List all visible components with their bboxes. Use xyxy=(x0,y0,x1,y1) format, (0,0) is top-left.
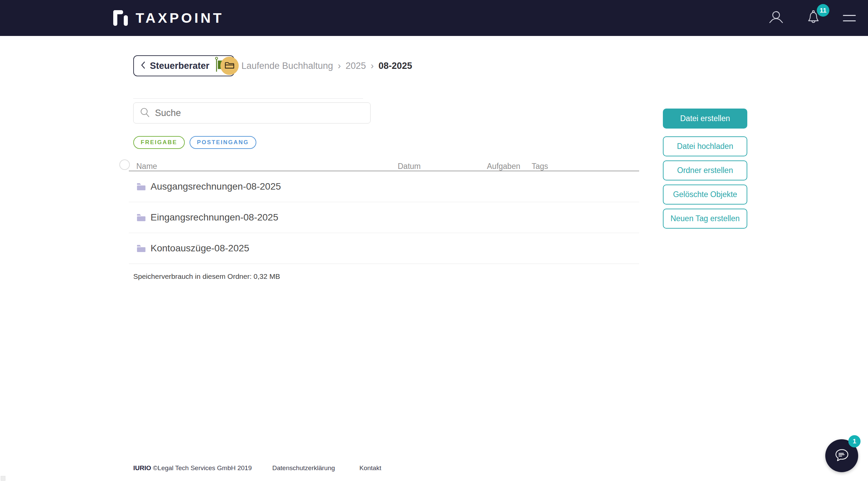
deleted-objects-button[interactable]: Gelöschte Objekte xyxy=(663,185,747,205)
table-row-kontoauszuege[interactable]: Kontoauszüge-08-2025 xyxy=(129,233,639,264)
select-all-checkbox[interactable] xyxy=(119,159,130,170)
create-tag-button[interactable]: Neuen Tag erstellen xyxy=(663,209,747,229)
top-navbar: TAXPOINT 11 xyxy=(0,0,868,36)
contact-link[interactable]: Kontakt xyxy=(359,464,381,472)
column-header-datum: Datum xyxy=(398,162,421,171)
folder-icon xyxy=(137,183,146,191)
create-file-button[interactable]: Datei erstellen xyxy=(663,109,747,129)
row-label: Ausgangsrechnungen-08-2025 xyxy=(151,181,281,192)
current-folder-badge xyxy=(220,57,239,75)
row-label: Kontoauszüge-08-2025 xyxy=(151,243,249,254)
search-icon xyxy=(140,107,150,119)
menu-icon xyxy=(843,15,856,16)
storage-usage-note: Speicherverbrauch in diesem Ordner: 0,32… xyxy=(133,272,280,281)
filter-tag-row: FREIGABE POSTEINGANG xyxy=(133,136,256,149)
taxpoint-logo-icon xyxy=(112,9,129,27)
user-profile-button[interactable] xyxy=(768,9,784,26)
row-label: Eingangsrechnungen-08-2025 xyxy=(151,212,278,223)
chat-unread-badge: 1 xyxy=(848,435,861,447)
folder-icon xyxy=(137,245,146,252)
search-input[interactable] xyxy=(155,103,370,123)
breadcrumb-item-current: 08-2025 xyxy=(378,61,412,71)
corner-artifact xyxy=(1,476,5,481)
back-to-steuerberater-button[interactable]: Steuerberater xyxy=(133,55,234,76)
user-icon xyxy=(768,9,784,26)
menu-icon xyxy=(843,20,856,21)
breadcrumb-separator: › xyxy=(371,61,374,71)
search-field[interactable] xyxy=(133,102,371,123)
tag-freigabe[interactable]: FREIGABE xyxy=(133,136,185,149)
app-logo[interactable]: TAXPOINT xyxy=(112,0,224,36)
privacy-policy-link[interactable]: Datenschutzerklärung xyxy=(272,464,335,472)
create-folder-button[interactable]: Ordner erstellen xyxy=(663,160,747,180)
back-button-label: Steuerberater xyxy=(150,61,210,71)
file-table: Ausgangsrechnungen-08-2025 Eingangsrechn… xyxy=(129,171,639,264)
breadcrumb-separator: › xyxy=(338,61,341,71)
notifications-button[interactable]: 11 xyxy=(806,9,821,26)
tag-posteingang[interactable]: POSTEINGANG xyxy=(190,136,256,149)
breadcrumb-item-laufende-buchhaltung[interactable]: Laufende Buchhaltung xyxy=(241,61,333,71)
app-title: TAXPOINT xyxy=(136,10,224,26)
footer-brand: IURIO xyxy=(133,464,151,472)
breadcrumb-item-2025[interactable]: 2025 xyxy=(346,61,366,71)
column-header-name: Name xyxy=(136,162,157,171)
breadcrumb: Laufende Buchhaltung › 2025 › 08-2025 xyxy=(241,55,412,76)
chevron-left-icon xyxy=(141,61,145,71)
main-menu-button[interactable] xyxy=(843,15,856,21)
column-header-aufgaben: Aufgaben xyxy=(487,162,520,171)
table-row-ausgangsrechnungen[interactable]: Ausgangsrechnungen-08-2025 xyxy=(129,171,639,202)
action-button-column: Datei erstellen Datei hochladen Ordner e… xyxy=(663,109,747,229)
divider xyxy=(133,98,363,99)
table-row-eingangsrechnungen[interactable]: Eingangsrechnungen-08-2025 xyxy=(129,202,639,233)
footer-copyright: IURIO ©Legal Tech Services GmbH 2019 xyxy=(133,464,252,472)
column-header-tags: Tags xyxy=(532,162,548,171)
folder-icon xyxy=(137,214,146,222)
folder-open-icon xyxy=(224,60,235,71)
notification-count-badge: 11 xyxy=(817,4,829,17)
footer-copyright-text: ©Legal Tech Services GmbH 2019 xyxy=(153,464,252,472)
chat-bubble-icon xyxy=(833,446,851,465)
upload-file-button[interactable]: Datei hochladen xyxy=(663,136,747,156)
